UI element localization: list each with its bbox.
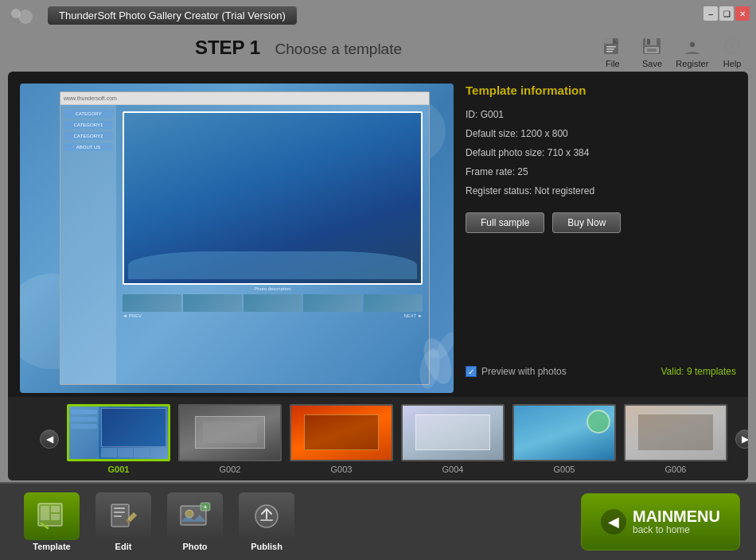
thumb-image-g002 [178, 404, 282, 461]
svg-rect-29 [114, 515, 122, 517]
window-controls: – ❑ ✕ [703, 6, 750, 21]
wave-deco [128, 251, 417, 279]
thumb-label-g001: G001 [108, 465, 130, 474]
svg-rect-23 [51, 506, 60, 512]
mainmenu-subtitle: back to home [633, 524, 690, 535]
template-info-title: Template information [466, 84, 736, 97]
title-bar: ThunderSoft Photo Gallery Creator (Trial… [48, 6, 297, 25]
info-register-status: Register status: Not registered [466, 185, 736, 196]
thumbnails-strip: ◀ [8, 397, 748, 480]
preview-check-label: Preview with photos [481, 366, 567, 377]
step-description: Choose a template [275, 41, 403, 57]
photo-icon: + [178, 501, 212, 531]
bottom-navigation: Template Edit + Photo [0, 484, 756, 560]
thumb-image-g003 [290, 404, 393, 461]
svg-rect-5 [606, 46, 616, 48]
publish-nav-label: Publish [251, 542, 283, 551]
svg-rect-10 [647, 39, 650, 45]
register-icon [680, 35, 705, 57]
template-content: Photo description ◄ PREV NEXT ► [116, 105, 429, 384]
preview-inner: www.thundersoft.com CATEGORY CATEGORY1 C… [20, 84, 454, 393]
sidebar-cat3: CATEGORY2 [64, 132, 113, 140]
thumb-image-g005 [512, 404, 616, 461]
svg-rect-27 [114, 508, 125, 509]
info-id: ID: G001 [466, 109, 736, 120]
thumb-card-g002[interactable]: G002 [178, 404, 282, 474]
buy-now-button[interactable]: Buy Now [552, 212, 621, 233]
mainmenu-arrow-icon: ◀ [601, 509, 626, 535]
help-button[interactable]: ? Help [716, 35, 748, 68]
thumb-label-g005: G005 [554, 465, 575, 474]
edit-nav-label: Edit [115, 542, 132, 551]
app-icon [8, 5, 40, 29]
thumb-label-g006: G006 [665, 465, 687, 474]
template-sidebar: CATEGORY CATEGORY1 CATEGORY2 ABOUT US [60, 105, 116, 384]
thumb-card-g003[interactable]: G003 [290, 404, 393, 474]
restore-button[interactable]: ❑ [719, 6, 734, 21]
thumb-card-g001[interactable]: G001 [67, 404, 170, 474]
svg-point-1 [18, 10, 33, 24]
prev-thumbnail-button[interactable]: ◀ [40, 430, 59, 449]
sidebar-cat1: CATEGORY [64, 110, 113, 118]
template-body: CATEGORY CATEGORY1 CATEGORY2 ABOUT US Ph… [60, 105, 429, 384]
save-label: Save [642, 59, 662, 68]
svg-text:?: ? [729, 41, 735, 52]
file-button[interactable]: File [597, 35, 629, 68]
step-number: STEP 1 [195, 37, 260, 58]
nav-photo[interactable]: + Photo [159, 490, 231, 554]
minimize-button[interactable]: – [703, 6, 718, 21]
thumb-2 [183, 294, 242, 312]
template-url-bar: www.thundersoft.com [60, 92, 429, 105]
help-label: Help [723, 59, 742, 68]
photo-nav-label: Photo [182, 542, 207, 551]
save-button[interactable]: Save [637, 35, 668, 68]
svg-point-14 [690, 42, 695, 47]
close-button[interactable]: ✕ [735, 6, 750, 21]
mainmenu-button[interactable]: ◀ MAINMENU back to home [581, 493, 740, 550]
flower-decoration [390, 298, 454, 393]
main-content-area: www.thundersoft.com CATEGORY CATEGORY1 C… [8, 72, 748, 480]
toolbar: File Save Register ? [597, 32, 756, 72]
photo-display [123, 111, 423, 285]
info-buttons: Full sample Buy Now [466, 212, 736, 233]
edit-nav-icon-wrap [95, 492, 151, 540]
svg-rect-24 [51, 514, 60, 520]
preview-checkbox[interactable]: ✓ [466, 366, 477, 377]
thumb-card-g005[interactable]: G005 [512, 404, 616, 474]
thumb-label-g003: G003 [331, 465, 353, 474]
nav-template[interactable]: Template [16, 490, 88, 554]
nav-edit[interactable]: Edit [88, 490, 159, 554]
full-sample-button[interactable]: Full sample [466, 212, 544, 233]
thumb-card-g006[interactable]: G006 [624, 404, 727, 474]
template-nav-icon-wrap [24, 492, 80, 540]
window-title: ThunderSoft Photo Gallery Creator (Trial… [59, 10, 286, 21]
svg-rect-28 [114, 511, 125, 513]
sidebar-cat2: CATEGORY1 [64, 121, 113, 129]
template-nav-label: Template [33, 542, 70, 551]
svg-rect-7 [606, 51, 613, 52]
next-thumbnail-button[interactable]: ▶ [735, 430, 748, 449]
info-panel: Template information ID: G001 Default si… [466, 84, 736, 393]
photo-caption: Photo description [123, 286, 423, 291]
info-default-size: Default size: 1200 x 800 [466, 128, 736, 139]
template-preview-mock: www.thundersoft.com CATEGORY CATEGORY1 C… [60, 91, 430, 385]
svg-rect-12 [647, 49, 657, 52]
nav-publish[interactable]: Publish [231, 490, 302, 554]
svg-rect-6 [606, 49, 614, 50]
file-icon [600, 35, 625, 57]
nav-prev: ◄ PREV [123, 313, 142, 318]
thumb-label-g004: G004 [442, 465, 464, 474]
register-button[interactable]: Register [676, 35, 708, 68]
thumb-1 [123, 294, 181, 312]
photo-nav-icon-wrap: + [167, 492, 223, 540]
mainmenu-title: MAINMENU [633, 508, 720, 524]
step-header: STEP 1 Choose a template [0, 37, 597, 59]
preview-area: www.thundersoft.com CATEGORY CATEGORY1 C… [20, 84, 454, 393]
thumb-card-g004[interactable]: G004 [401, 404, 505, 474]
svg-rect-4 [604, 38, 613, 44]
file-label: File [606, 59, 620, 68]
thumbnail-gallery: G001 G002 G003 [67, 404, 727, 474]
register-label: Register [676, 59, 708, 68]
thumb-image-g004 [401, 404, 505, 461]
publish-icon [250, 501, 283, 531]
